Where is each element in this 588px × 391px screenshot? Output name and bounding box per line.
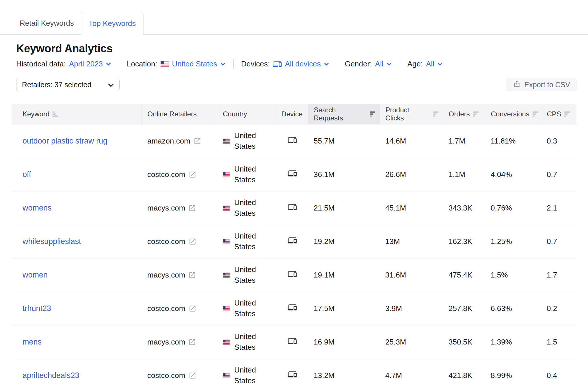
historical-data-dropdown[interactable]: April 2023: [69, 59, 111, 68]
filter-devices: Devices: All devices: [241, 59, 330, 68]
chevron-down-icon: [220, 61, 226, 67]
devices-icon: [288, 236, 297, 245]
external-link-icon[interactable]: [188, 338, 196, 346]
export-button-label: Export to CSV: [524, 81, 570, 89]
gender-dropdown[interactable]: All: [375, 59, 392, 68]
retailer-domain: amazon.com: [147, 137, 190, 146]
external-link-icon[interactable]: [189, 171, 196, 178]
retailer-domain: macys.com: [147, 204, 185, 213]
column-header-cps[interactable]: CPS: [541, 104, 576, 124]
sort-icon[interactable]: [533, 111, 539, 117]
devices-icon: [273, 59, 282, 68]
column-header-orders[interactable]: Orders: [443, 104, 485, 124]
country-label: United States: [234, 197, 264, 219]
us-flag-icon: [223, 239, 230, 244]
chevron-down-icon: [437, 61, 443, 67]
sort-icon[interactable]: [370, 111, 377, 117]
keyword-link[interactable]: whilesupplieslast: [23, 237, 81, 246]
keyword-link[interactable]: trhunt23: [23, 304, 51, 313]
column-label: Search Requests: [314, 106, 366, 122]
export-to-csv-button[interactable]: Export to CSV: [507, 78, 576, 91]
keyword-link[interactable]: mens: [23, 338, 42, 346]
orders-value: 475.4K: [443, 258, 485, 292]
chevron-down-icon: [386, 61, 392, 67]
chevron-down-icon: [323, 61, 330, 67]
us-flag-icon: [161, 61, 169, 67]
table-row: trhunt23 costco.com: [12, 292, 576, 325]
retailer-domain: costco.com: [147, 170, 185, 179]
search-requests-value: 16.9M: [308, 325, 379, 359]
filter-label: Age:: [407, 59, 423, 68]
table-row: apriltechdeals23 costco.com: [12, 359, 576, 391]
chevron-down-icon: [107, 81, 115, 89]
keyword-link[interactable]: outdoor plastic straw rug: [23, 137, 107, 145]
cps-value: 0.3: [541, 124, 576, 158]
filter-label: Gender:: [345, 59, 372, 68]
country-label: United States: [234, 164, 264, 185]
us-flag-icon: [223, 172, 230, 177]
search-requests-value: 19.1M: [308, 258, 379, 292]
country-label: United States: [234, 231, 264, 252]
search-requests-value: 36.1M: [308, 158, 379, 191]
tab-retail-keywords[interactable]: Retail Keywords: [16, 12, 78, 34]
devices-icon: [288, 269, 297, 278]
page-title: Keyword Analytics: [16, 42, 576, 55]
retailers-dropdown-label: Retailers: 37 selected: [22, 81, 91, 89]
conversions-value: 6.63%: [485, 292, 541, 325]
filter-value-text: April 2023: [69, 59, 103, 68]
chevron-down-icon: [105, 61, 111, 67]
product-clicks-value: 13M: [379, 225, 443, 258]
sort-icon[interactable]: [564, 111, 571, 117]
divider: [119, 59, 119, 69]
conversions-value: 1.5%: [485, 258, 541, 292]
orders-value: 162.3K: [443, 225, 485, 258]
sort-icon[interactable]: [473, 111, 480, 117]
export-icon: [513, 80, 521, 90]
column-header-search_requests[interactable]: Search Requests: [308, 104, 379, 124]
conversions-value: 4.04%: [485, 158, 541, 191]
external-link-icon[interactable]: [193, 137, 201, 145]
keyword-link[interactable]: women: [23, 271, 48, 279]
column-header-keyword[interactable]: Keyword: [12, 104, 142, 124]
column-label: Online Retailers: [148, 110, 197, 118]
external-link-icon[interactable]: [188, 271, 196, 279]
conversions-value: 1.39%: [485, 325, 541, 359]
divider: [400, 59, 400, 69]
conversions-value: 11.81%: [485, 124, 541, 158]
column-header-conversions[interactable]: Conversions: [485, 104, 541, 124]
column-label: Orders: [449, 110, 470, 118]
header-row: KeywordOnline RetailersCountryDeviceSear…: [12, 104, 576, 124]
external-link-icon[interactable]: [188, 204, 196, 212]
sort-icon[interactable]: [53, 111, 59, 117]
tab-top-keywords[interactable]: Top Keywords: [81, 12, 144, 35]
keyword-link[interactable]: apriltechdeals23: [23, 371, 79, 380]
retailers-dropdown[interactable]: Retailers: 37 selected: [16, 78, 120, 91]
product-clicks-value: 31.6M: [379, 258, 443, 292]
table-row: off costco.com: [12, 158, 576, 191]
external-link-icon[interactable]: [189, 305, 196, 312]
keyword-link[interactable]: off: [23, 170, 31, 179]
us-flag-icon: [223, 139, 230, 144]
retailer-domain: costco.com: [147, 371, 185, 380]
keyword-link[interactable]: womens: [23, 204, 52, 212]
sort-icon[interactable]: [433, 111, 440, 117]
filter-value-text: All: [375, 59, 384, 68]
age-dropdown[interactable]: All: [426, 59, 443, 68]
product-clicks-value: 26.6M: [379, 158, 443, 191]
filter-value-text: All: [426, 59, 434, 68]
location-dropdown[interactable]: United States: [172, 59, 226, 68]
external-link-icon[interactable]: [189, 238, 196, 245]
column-header-product_clicks[interactable]: Product Clicks: [379, 104, 443, 124]
filter-label: Location:: [127, 59, 157, 68]
tab-label: Top Keywords: [89, 19, 136, 28]
filter-age: Age: All: [407, 59, 443, 68]
external-link-icon[interactable]: [189, 372, 196, 379]
filter-label: Historical data:: [16, 59, 66, 68]
table-row: women macys.com: [12, 258, 576, 292]
devices-dropdown[interactable]: All devices: [285, 59, 329, 68]
filter-historical-data: Historical data: April 2023: [16, 59, 111, 68]
country-label: United States: [234, 365, 264, 386]
cps-value: 2.1: [541, 191, 576, 225]
cps-value: 0.7: [541, 158, 576, 191]
product-clicks-value: 3.9M: [379, 292, 443, 325]
